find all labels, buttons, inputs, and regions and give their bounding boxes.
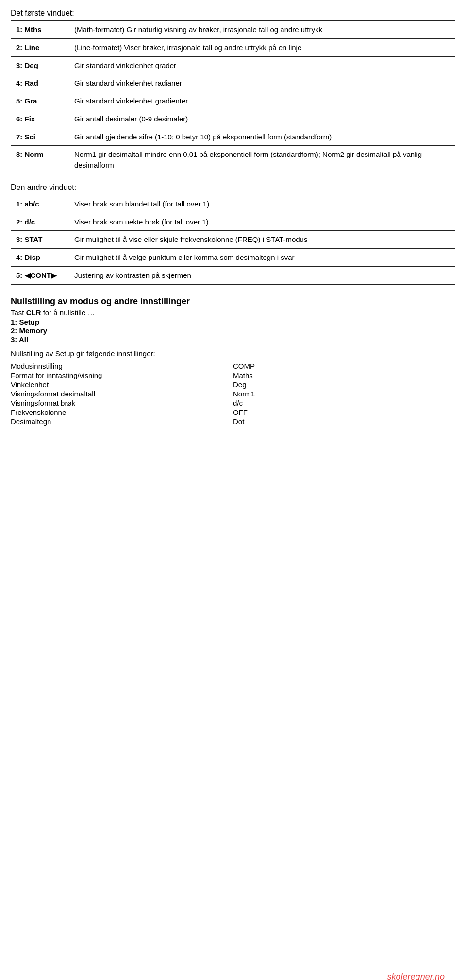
settings-label: Frekvenskolonne [11,408,233,417]
null-item: 3: All [11,335,455,344]
window2-table: 1: ab/cViser brøk som blandet tall (for … [11,195,455,285]
table-row: 3: DegGir standard vinkelenhet grader [11,56,455,74]
row-label: 5: ◀CONT▶ [11,266,69,284]
table-row: 4: DispGir mulighet til å velge punktum … [11,249,455,267]
table-row: 6: FixGir antall desimaler (0-9 desimale… [11,110,455,128]
table-row: 2: Line(Line-formatet) Viser brøker, irr… [11,38,455,56]
row-description: Gir antall gjeldende sifre (1-10; 0 bety… [69,128,455,146]
footer: skoleregner.no [387,972,445,980]
row-label: 6: Fix [11,110,69,128]
row-label: 4: Rad [11,74,69,92]
table-row: 2: d/cViser brøk som uekte brøk (for tal… [11,213,455,231]
table-row: 3: STATGir mulighet til å vise eller skj… [11,231,455,249]
settings-value: Deg [233,380,455,389]
nullstilling-sub: Nullstilling av Setup gir følgende innst… [11,349,455,358]
window2-title: Den andre vinduet: [11,183,455,192]
row-label: 1: Mths [11,21,69,39]
row-label: 2: Line [11,38,69,56]
settings-label: Visningsformat brøk [11,398,233,408]
settings-value: OFF [233,408,455,417]
row-label: 4: Disp [11,249,69,267]
nullstilling-title: Nullstilling av modus og andre innstilli… [11,296,455,307]
row-description: Viser brøk som uekte brøk (for tall over… [69,213,455,231]
settings-label: Format for inntasting/visning [11,371,233,380]
row-label: 7: Sci [11,128,69,146]
null-item: 2: Memory [11,327,455,335]
settings-value: d/c [233,398,455,408]
settings-label: Visningsformat desimaltall [11,389,233,398]
row-description: Norm1 gir desimaltall mindre enn 0,01 på… [69,146,455,174]
row-description: Gir standard vinkelenhet gradienter [69,92,455,110]
table-row: 8: NormNorm1 gir desimaltall mindre enn … [11,146,455,174]
table-row: 5: ◀CONT▶Justering av kontrasten på skje… [11,266,455,284]
settings-label: Modusinnstilling [11,361,233,371]
row-description: (Math-formatet) Gir naturlig visning av … [69,21,455,39]
row-description: Gir standard vinkelenhet radianer [69,74,455,92]
settings-label: Desimaltegn [11,417,233,426]
row-label: 5: Gra [11,92,69,110]
null-item: 1: Setup [11,318,455,326]
row-description: Gir mulighet til å velge punktum eller k… [69,249,455,267]
row-label: 1: ab/c [11,195,69,213]
nullstilling-desc: Tast CLR for å nullstille … [11,309,455,317]
settings-value: Norm1 [233,389,455,398]
window1-table: 1: Mths(Math-formatet) Gir naturlig visn… [11,20,455,174]
row-label: 3: STAT [11,231,69,249]
nullstilling-section: Nullstilling av modus og andre innstilli… [11,296,455,426]
row-label: 8: Norm [11,146,69,174]
table-row: 4: RadGir standard vinkelenhet radianer [11,74,455,92]
row-description: Gir antall desimaler (0-9 desimaler) [69,110,455,128]
settings-value: COMP [233,361,455,371]
row-description: Gir standard vinkelenhet grader [69,56,455,74]
table-row: 1: ab/cViser brøk som blandet tall (for … [11,195,455,213]
row-description: Viser brøk som blandet tall (for tall ov… [69,195,455,213]
settings-value: Maths [233,371,455,380]
row-label: 3: Deg [11,56,69,74]
settings-value: Dot [233,417,455,426]
table-row: 5: GraGir standard vinkelenhet gradiente… [11,92,455,110]
row-description: (Line-formatet) Viser brøker, irrasjonal… [69,38,455,56]
table-row: 7: SciGir antall gjeldende sifre (1-10; … [11,128,455,146]
row-label: 2: d/c [11,213,69,231]
row-description: Justering av kontrasten på skjermen [69,266,455,284]
table-row: 1: Mths(Math-formatet) Gir naturlig visn… [11,21,455,39]
settings-label: Vinkelenhet [11,380,233,389]
window1-title: Det første vinduet: [11,9,455,17]
row-description: Gir mulighet til å vise eller skjule fre… [69,231,455,249]
